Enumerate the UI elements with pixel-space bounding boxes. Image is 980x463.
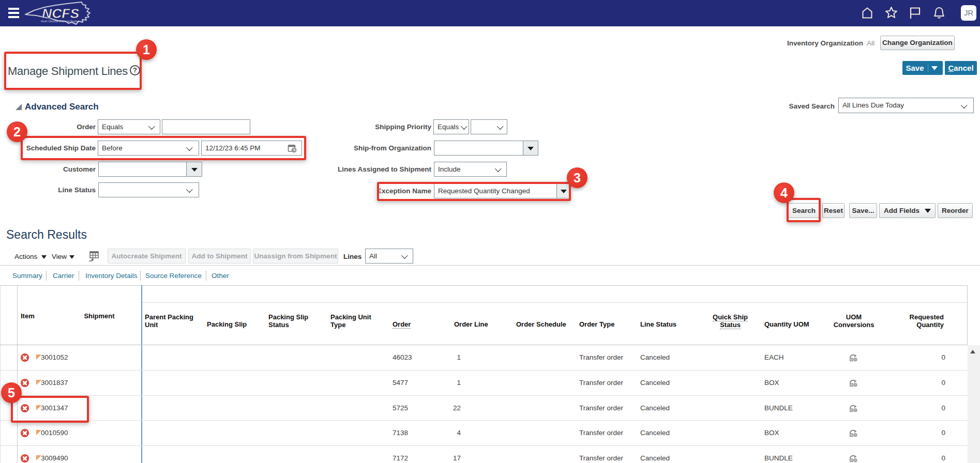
svg-text:NCFS: NCFS	[42, 6, 79, 21]
svg-text:North Carolina Financial Syste: North Carolina Financial System	[41, 20, 80, 23]
